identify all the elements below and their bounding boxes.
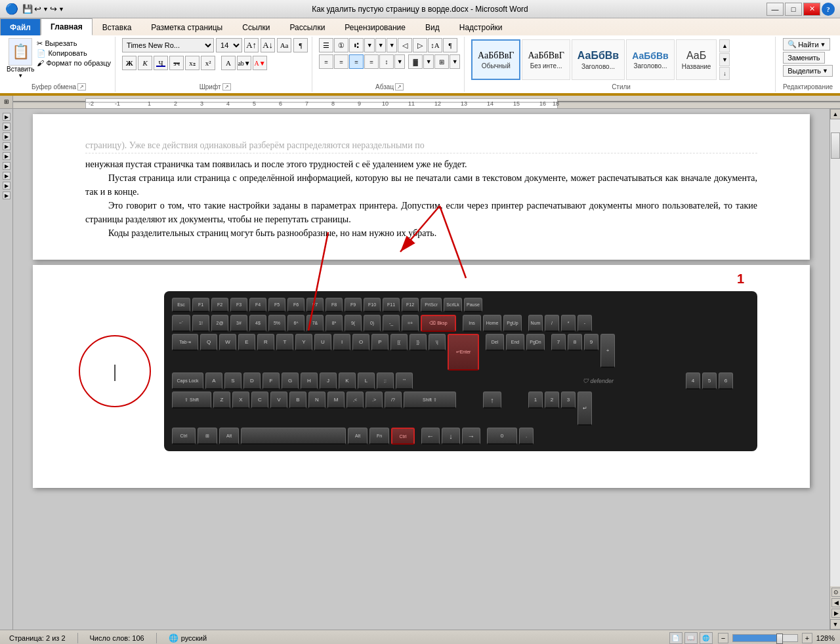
kb-tilde[interactable]: ~` xyxy=(172,315,190,332)
kb-o[interactable]: O xyxy=(352,334,369,351)
font-size-select[interactable]: 14 xyxy=(216,38,242,52)
kb-6[interactable]: 6^ xyxy=(287,315,304,332)
shading-button[interactable]: ▓ xyxy=(408,54,423,69)
kb-f9[interactable]: F9 xyxy=(345,298,362,312)
kb-f5[interactable]: F5 xyxy=(268,298,285,312)
section-marker-7[interactable]: ▶ xyxy=(3,172,10,180)
cut-button[interactable]: ✂ Вырезать xyxy=(37,39,111,48)
paste-button[interactable]: 📋 Вставить ▼ xyxy=(7,38,34,79)
kb-1[interactable]: 1! xyxy=(192,315,209,332)
view-normal-button[interactable]: 📄 xyxy=(669,632,682,644)
kb-f[interactable]: F xyxy=(262,372,280,390)
kb-x[interactable]: X xyxy=(232,392,249,409)
word-count[interactable]: Число слов: 106 xyxy=(86,630,148,644)
kb-backspace-highlighted[interactable]: ⌫ Bksp xyxy=(421,315,456,332)
font-grow-button[interactable]: A↑ xyxy=(244,38,259,52)
zoom-percent[interactable]: 128% xyxy=(816,634,835,642)
kb-ctrl-r-highlighted[interactable]: Ctrl xyxy=(391,428,415,445)
align-center-button[interactable]: ≡ xyxy=(334,54,348,69)
kb-nummul[interactable]: * xyxy=(561,315,576,332)
kb-numadd[interactable]: + xyxy=(600,334,615,368)
kb-f11[interactable]: F11 xyxy=(383,298,400,312)
kb-prtscr[interactable]: PrtScr xyxy=(421,298,442,312)
tab-references[interactable]: Ссылки xyxy=(232,18,280,35)
style-heading2[interactable]: АаБбВв Заголово... xyxy=(626,39,675,80)
kb-numdot[interactable]: . xyxy=(519,428,534,445)
kb-a[interactable]: A xyxy=(205,372,222,390)
style-title[interactable]: АаБ Название xyxy=(676,39,717,80)
styles-scroll-down[interactable]: ▼ xyxy=(719,53,730,66)
font-color-button[interactable]: A▼ xyxy=(253,56,267,70)
kb-5[interactable]: 5% xyxy=(268,315,285,332)
highlight-button[interactable]: ab▼ xyxy=(237,56,251,70)
line-spacing-button[interactable]: ↕ xyxy=(379,54,394,69)
kb-num5[interactable]: 5 xyxy=(702,372,717,390)
subscript-button[interactable]: х₂ xyxy=(185,56,200,70)
kb-f7[interactable]: F7 xyxy=(306,298,324,312)
kb-v[interactable]: V xyxy=(270,392,287,409)
kb-enter-highlighted[interactable]: ↵Enter xyxy=(448,334,479,371)
sort-button[interactable]: ↕A xyxy=(428,38,442,52)
kb-pgdn[interactable]: PgDn xyxy=(526,334,545,351)
show-hide-button[interactable]: ¶ xyxy=(443,38,457,52)
kb-period[interactable]: .> xyxy=(366,392,383,409)
kb-num1[interactable]: 1 xyxy=(528,392,543,409)
paragraph-expand[interactable]: ↗ xyxy=(395,83,404,91)
tab-mailings[interactable]: Рассылки xyxy=(280,18,335,35)
kb-z[interactable]: Z xyxy=(213,392,230,409)
clear-format-button[interactable]: Aa xyxy=(277,38,291,52)
clipboard-expand[interactable]: ↗ xyxy=(77,83,86,91)
kb-arrow-left[interactable]: ← xyxy=(421,428,440,445)
kb-numlock[interactable]: Num xyxy=(528,315,543,332)
kb-win-l[interactable]: ⊞ xyxy=(198,428,217,445)
kb-y[interactable]: Y xyxy=(295,334,312,351)
kb-insert[interactable]: Ins xyxy=(463,315,481,332)
kb-shift-l[interactable]: ⇧ Shift xyxy=(172,392,211,409)
section-marker-2[interactable]: ▶ xyxy=(3,123,10,131)
kb-d[interactable]: D xyxy=(243,372,261,390)
kb-w[interactable]: W xyxy=(219,334,236,351)
find-button[interactable]: 🔍 Найти ▼ xyxy=(783,38,830,50)
kb-f12[interactable]: F12 xyxy=(402,298,419,312)
font-name-select[interactable]: Times New Ro... xyxy=(122,38,214,52)
kb-q[interactable]: Q xyxy=(200,334,217,351)
multilevel-dropdown[interactable]: ▼ xyxy=(387,38,397,52)
superscript-button[interactable]: х² xyxy=(201,56,215,70)
kb-h[interactable]: H xyxy=(301,372,318,390)
kb-num9[interactable]: 9 xyxy=(584,334,598,351)
scroll-up-button[interactable]: ▲ xyxy=(830,109,840,119)
kb-u[interactable]: U xyxy=(314,334,331,351)
kb-f2[interactable]: F2 xyxy=(211,298,228,312)
kb-arrow-down[interactable]: ↓ xyxy=(442,428,460,445)
kb-rbracket[interactable]: ]} xyxy=(410,334,427,351)
kb-plus[interactable]: =+ xyxy=(402,315,419,332)
kb-f8[interactable]: F8 xyxy=(326,298,343,312)
kb-capslock[interactable]: Caps Lock xyxy=(172,372,203,390)
ruler-corner[interactable]: ⊞ xyxy=(0,96,13,109)
kb-p[interactable]: P xyxy=(371,334,388,351)
kb-i[interactable]: I xyxy=(333,334,350,351)
kb-pgup[interactable]: PgUp xyxy=(503,315,522,332)
kb-f10[interactable]: F10 xyxy=(364,298,381,312)
scroll-thumb[interactable] xyxy=(831,132,840,159)
numbering-button[interactable]: ① xyxy=(334,38,348,52)
replace-button[interactable]: Заменить xyxy=(783,52,824,64)
kb-s[interactable]: S xyxy=(224,372,242,390)
view-web-button[interactable]: 🌐 xyxy=(700,632,713,644)
border-dropdown[interactable]: ▼ xyxy=(450,54,460,69)
select-dropdown[interactable]: ▼ xyxy=(822,68,828,74)
kb-f1[interactable]: F1 xyxy=(192,298,209,312)
style-nointerspacing[interactable]: АаБбВвГ Без инте... xyxy=(522,39,570,80)
italic-button[interactable]: К xyxy=(138,56,152,70)
scroll-down-button[interactable]: ▼ xyxy=(830,619,840,630)
kb-f3[interactable]: F3 xyxy=(230,298,247,312)
kb-minus[interactable]: -_ xyxy=(383,315,400,332)
tab-addins[interactable]: Надстройки xyxy=(450,18,513,35)
tab-home[interactable]: Главная xyxy=(41,18,93,35)
page-info[interactable]: Страница: 2 из 2 xyxy=(5,630,70,644)
justify-button[interactable]: ≡ xyxy=(364,54,379,69)
select-browse-button[interactable]: ⊙ xyxy=(831,588,840,597)
select-button[interactable]: Выделить ▼ xyxy=(783,65,833,77)
styles-gallery-expand[interactable]: ↓ xyxy=(719,67,730,80)
kb-num2[interactable]: 2 xyxy=(545,392,559,409)
